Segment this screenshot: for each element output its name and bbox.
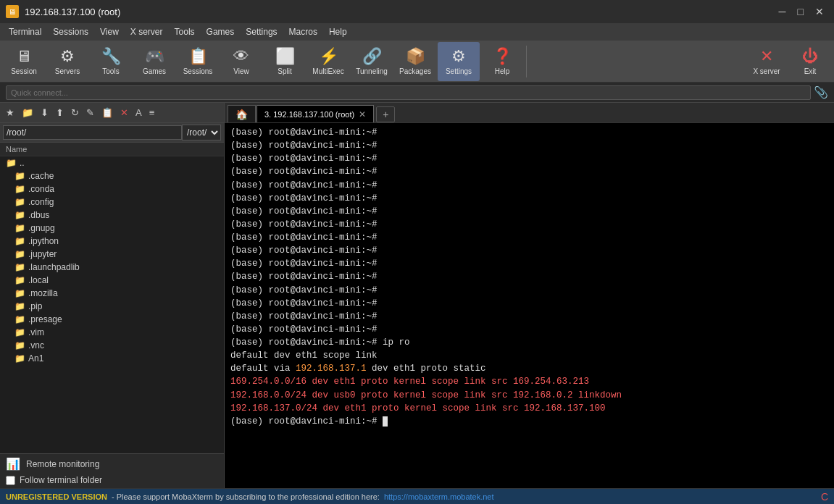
follow-terminal-item[interactable]: Follow terminal folder xyxy=(6,475,218,485)
packages-icon: 📦 xyxy=(406,47,425,66)
menu-help[interactable]: Help xyxy=(323,25,353,38)
toolbar-tools-button[interactable]: 🔧 Tools xyxy=(90,42,132,81)
sidebar-refresh-button[interactable]: ↻ xyxy=(68,106,82,119)
tree-item-mozilla[interactable]: 📁 .mozilla xyxy=(0,287,224,300)
menu-tools[interactable]: Tools xyxy=(169,25,201,38)
menu-xserver[interactable]: X server xyxy=(125,25,169,38)
sidebar-copy-button[interactable]: 📋 xyxy=(99,106,116,119)
tab-home[interactable]: 🏠 xyxy=(228,105,256,122)
sessions-icon: 📋 xyxy=(188,47,208,66)
folder-ipython-icon: 📁 xyxy=(14,236,25,246)
close-button[interactable]: ✕ xyxy=(811,3,828,20)
tree-item-pip[interactable]: 📁 .pip xyxy=(0,300,224,313)
path-input[interactable] xyxy=(3,125,182,140)
toolbar-exit-label: Exit xyxy=(804,67,817,75)
toolbar-separator xyxy=(526,46,527,77)
tab-terminal-3-close[interactable]: ✕ xyxy=(359,109,366,119)
toolbar-multiexec-button[interactable]: ⚡ MultiExec xyxy=(307,42,349,81)
quickconnect-input[interactable] xyxy=(6,85,811,100)
tunneling-icon: 🔗 xyxy=(362,47,382,66)
term-line-7: (base) root@davinci-mini:~# xyxy=(230,205,828,218)
tree-item-dotdot[interactable]: 📁 .. xyxy=(0,156,224,169)
toolbar-tunneling-label: Tunneling xyxy=(356,67,388,75)
sidebar: ★ 📁 ⬇ ⬆ ↻ ✎ 📋 ✕ A ≡ /root/ Name 📁 .. xyxy=(0,103,225,488)
sidebar-star-button[interactable]: ★ xyxy=(3,106,17,119)
terminal-output[interactable]: (base) root@davinci-mini:~# (base) root@… xyxy=(225,123,834,488)
tree-item-an1[interactable]: 📁 An1 xyxy=(0,352,224,365)
settings-icon: ⚙ xyxy=(451,47,466,66)
term-line-route1: default dev eth1 scope link xyxy=(230,349,828,362)
toolbar-xserver-label: X server xyxy=(753,67,780,75)
tab-home-icon: 🏠 xyxy=(235,109,248,120)
minimize-button[interactable]: ─ xyxy=(775,3,791,20)
sidebar-edit-button[interactable]: ✎ xyxy=(83,106,97,119)
tab-add-button[interactable]: + xyxy=(376,106,395,122)
tree-item-local[interactable]: 📁 .local xyxy=(0,274,224,287)
menu-settings[interactable]: Settings xyxy=(240,25,283,38)
view-icon: 👁 xyxy=(233,47,249,66)
menu-sessions[interactable]: Sessions xyxy=(47,25,94,38)
toolbar-settings-button[interactable]: ⚙ Settings xyxy=(438,42,480,81)
tree-item-config[interactable]: 📁 .config xyxy=(0,196,224,209)
toolbar-packages-label: Packages xyxy=(399,67,431,75)
term-line-11: (base) root@davinci-mini:~# xyxy=(230,257,828,270)
path-dropdown[interactable]: /root/ xyxy=(182,125,221,140)
tree-item-vnc[interactable]: 📁 .vnc xyxy=(0,339,224,352)
tree-item-ipython[interactable]: 📁 .ipython xyxy=(0,235,224,248)
games-icon: 🎮 xyxy=(145,47,164,66)
toolbar-settings-label: Settings xyxy=(446,67,472,75)
statusbar-link[interactable]: https://mobaxterm.mobatek.net xyxy=(384,492,494,501)
toolbar-view-button[interactable]: 👁 View xyxy=(220,42,262,81)
term-line-13: (base) root@davinci-mini:~# xyxy=(230,284,828,297)
folder-cache-icon: 📁 xyxy=(14,171,25,181)
tree-item-conda[interactable]: 📁 .conda xyxy=(0,182,224,196)
toolbar-xserver-button[interactable]: ✕ X server xyxy=(746,42,788,81)
maximize-button[interactable]: □ xyxy=(793,3,808,20)
quickconnect-bar: 📎 xyxy=(0,83,834,103)
menu-macros[interactable]: Macros xyxy=(283,25,323,38)
toolbar-packages-button[interactable]: 📦 Packages xyxy=(394,42,436,81)
toolbar-sessions-button[interactable]: 📋 Sessions xyxy=(177,42,219,81)
titlebar-title: 192.168.137.100 (root) xyxy=(25,7,120,17)
tree-item-launchpadlib[interactable]: 📁 .launchpadlib xyxy=(0,261,224,274)
tree-item-vim[interactable]: 📁 .vim xyxy=(0,326,224,339)
folder-dbus-icon: 📁 xyxy=(14,210,25,220)
toolbar-games-button[interactable]: 🎮 Games xyxy=(133,42,175,81)
tree-item-presage[interactable]: 📁 .presage xyxy=(0,313,224,326)
toolbar-split-button[interactable]: ⬜ Split xyxy=(264,42,306,81)
sidebar-download-button[interactable]: ⬇ xyxy=(38,106,51,119)
follow-terminal-label: Follow terminal folder xyxy=(20,475,102,485)
toolbar-help-button[interactable]: ❓ Help xyxy=(481,42,523,81)
file-tree: Name 📁 .. 📁 .cache 📁 .conda 📁 .config 📁 … xyxy=(0,143,224,453)
paperclip-icon[interactable]: 📎 xyxy=(814,85,828,99)
term-line-command: (base) root@davinci-mini:~# ip ro xyxy=(230,336,828,349)
follow-terminal-checkbox[interactable] xyxy=(6,476,15,485)
menu-games[interactable]: Games xyxy=(201,25,241,38)
term-line-12: (base) root@davinci-mini:~# xyxy=(230,270,828,283)
sidebar-more-button[interactable]: ≡ xyxy=(146,106,158,119)
menubar: Terminal Sessions View X server Tools Ga… xyxy=(0,23,834,41)
toolbar-session-button[interactable]: 🖥 Session xyxy=(3,42,45,81)
toolbar-servers-label: Servers xyxy=(55,67,80,75)
toolbar-servers-button[interactable]: ⚙ Servers xyxy=(46,42,88,81)
sidebar-folder-icon[interactable]: 📁 xyxy=(19,106,36,119)
sidebar-delete-button[interactable]: ✕ xyxy=(117,106,131,119)
tree-item-jupyter[interactable]: 📁 .jupyter xyxy=(0,248,224,261)
folder-launchpadlib-icon: 📁 xyxy=(14,262,25,272)
toolbar-exit-button[interactable]: ⏻ Exit xyxy=(789,42,831,81)
sidebar-upload-button[interactable]: ⬆ xyxy=(53,106,67,119)
term-line-3: (base) root@davinci-mini:~# xyxy=(230,152,828,165)
titlebar-left: 🖥 192.168.137.100 (root) xyxy=(6,5,120,18)
toolbar: 🖥 Session ⚙ Servers 🔧 Tools 🎮 Games 📋 Se… xyxy=(0,41,834,83)
sidebar-rename-button[interactable]: A xyxy=(133,106,145,119)
menu-view[interactable]: View xyxy=(94,25,125,38)
toolbar-tunneling-button[interactable]: 🔗 Tunneling xyxy=(351,42,393,81)
tab-terminal-3[interactable]: 3. 192.168.137.100 (root) ✕ xyxy=(257,105,374,122)
remote-monitoring-item[interactable]: 📊 Remote monitoring xyxy=(6,457,218,471)
menu-terminal[interactable]: Terminal xyxy=(3,25,47,38)
tree-item-cache[interactable]: 📁 .cache xyxy=(0,169,224,182)
tree-item-dbus[interactable]: 📁 .dbus xyxy=(0,209,224,222)
term-line-8: (base) root@davinci-mini:~# xyxy=(230,218,828,231)
sidebar-bottom: 📊 Remote monitoring Follow terminal fold… xyxy=(0,453,224,488)
tree-item-gnupg[interactable]: 📁 .gnupg xyxy=(0,222,224,235)
